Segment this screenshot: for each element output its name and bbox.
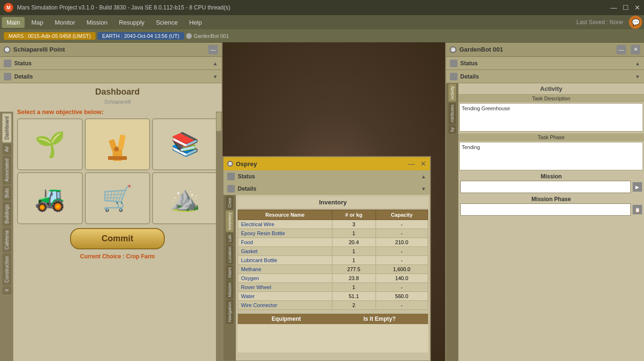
tab-cafeteria[interactable]: Cafeteria	[2, 228, 11, 253]
right-panel-minimize[interactable]: —	[617, 45, 626, 54]
osprey-status-header[interactable]: Status ▲	[224, 170, 430, 183]
earth-time: EARTH : 2043-Oct-04 13:56 (UT)	[98, 32, 184, 40]
commit-button[interactable]: Commit	[70, 228, 165, 249]
mission-input-row: ▶	[460, 181, 642, 193]
inventory-row: Electrical Wire 3 -	[238, 220, 428, 229]
menu-mission[interactable]: Mission	[82, 17, 112, 28]
main-layout: Schiaparelli Point — Status ▲ Details ▼ …	[0, 43, 644, 361]
app-title: Mars Simulation Project v3.1.0 - Build 3…	[17, 4, 610, 11]
objective-books[interactable]: 📚	[152, 118, 218, 170]
osprey-details-icon	[227, 185, 235, 193]
osprey-tab-navigation[interactable]: Navigation	[226, 300, 233, 324]
activity-tab-attributes[interactable]: Attributes	[448, 103, 456, 124]
left-panel: Schiaparelli Point — Status ▲ Details ▼ …	[0, 43, 223, 361]
robot-arm-icon	[98, 125, 136, 163]
osprey-minimize[interactable]: —	[408, 160, 415, 167]
menu-map[interactable]: Map	[27, 17, 48, 28]
mission-icon-btn[interactable]: ▶	[633, 182, 642, 192]
inv-resource: Food	[238, 238, 332, 247]
osprey-tab-inventory[interactable]: Inventory	[226, 211, 233, 232]
osprey-details-label: Details	[238, 185, 418, 192]
inv-capacity: -	[376, 256, 428, 265]
right-details-header[interactable]: Details ▼	[446, 70, 644, 83]
right-status-label: Status	[460, 60, 632, 67]
tab-construction[interactable]: Construction	[2, 253, 11, 285]
details-icon	[4, 73, 11, 80]
inv-resource: Water	[238, 292, 332, 301]
objective-basket[interactable]: 🛒	[85, 172, 151, 224]
tab-associated[interactable]: Associated	[2, 156, 11, 185]
maximize-btn[interactable]: ☐	[623, 4, 629, 11]
right-panel-circle	[450, 46, 456, 53]
tab-buildings[interactable]: Buildings	[2, 202, 11, 227]
inv-resource: Oxygen	[238, 274, 332, 283]
inventory-row: Rover Wheel 1 -	[238, 283, 428, 292]
inventory-title: Inventory	[238, 197, 428, 208]
osprey-details-header[interactable]: Details ▼	[224, 183, 430, 195]
objective-tractor[interactable]: 🚜	[17, 172, 83, 224]
menu-science[interactable]: Science	[151, 17, 182, 28]
mission-section: Mission ▶ Mission Phase 📋	[458, 171, 644, 218]
activity-tab-activity[interactable]: Activity	[448, 84, 456, 102]
status-arrow-up: ▲	[213, 61, 218, 66]
inventory-row: Methane 277.5 1,600.0	[238, 265, 428, 274]
panel-circle	[4, 46, 10, 53]
mission-input[interactable]	[460, 181, 631, 193]
mission-phase-row: 📋	[460, 203, 642, 216]
inv-capacity: 140.0	[376, 274, 428, 283]
osprey-tab-lab[interactable]: Lab	[226, 233, 233, 244]
objective-plant[interactable]: 🌱	[17, 118, 83, 170]
current-choice: Current Choice : Crop Farm	[17, 253, 218, 260]
activity-tab-by[interactable]: by	[448, 125, 456, 134]
osprey-tab-maint[interactable]: Maint	[226, 265, 233, 280]
inv-amount: 20.4	[332, 238, 376, 247]
chat-icon[interactable]: 💬	[629, 16, 642, 29]
menu-help[interactable]: Help	[184, 17, 206, 28]
equip-title: Equipment Is It Empty?	[238, 314, 428, 324]
inv-resource: Epoxy Resin Bottle	[238, 229, 332, 238]
left-status-header[interactable]: Status ▲	[0, 57, 222, 70]
equip-col1: Equipment	[240, 316, 333, 322]
left-panel-minimize[interactable]: —	[208, 45, 218, 54]
menu-main[interactable]: Main	[2, 17, 25, 28]
menu-monitor[interactable]: Monitor	[50, 17, 80, 28]
mars-time: MARS : 0015-Adir-05 0458 (UMST)	[4, 32, 96, 40]
mission-phase-label: Mission Phase	[460, 196, 642, 203]
dashboard-subtitle: Schiaparelli	[17, 99, 218, 105]
mission-phase-input[interactable]	[460, 203, 631, 216]
right-status-arrow: ▲	[635, 61, 640, 66]
objective-robot[interactable]	[85, 118, 151, 170]
svg-rect-2	[117, 134, 125, 150]
tab-bots[interactable]: Bots	[2, 185, 11, 201]
right-details-arrow: ▼	[635, 74, 640, 79]
scroll-thumb[interactable]	[216, 112, 221, 131]
tab-air[interactable]: Air	[2, 143, 11, 155]
close-btn[interactable]: ✕	[635, 4, 640, 11]
left-details-header[interactable]: Details ▼	[0, 70, 222, 83]
center-map: Osprey — ✕ Status ▲ Details ▼ Crew Inv	[223, 43, 445, 361]
minimize-btn[interactable]: —	[610, 4, 617, 11]
osprey-status-label: Status	[238, 173, 418, 180]
inventory-row: Oxygen 23.8 140.0	[238, 274, 428, 283]
menu-resupply[interactable]: Resupply	[114, 17, 149, 28]
tab-dashboard[interactable]: Dashboard	[2, 114, 11, 142]
inventory-row: Wire Connector 2 -	[238, 301, 428, 310]
activity-tabs: Activity Attributes by	[446, 83, 458, 361]
osprey-tab-crew[interactable]: Crew	[226, 196, 233, 210]
col-amount: # or kg	[332, 210, 376, 220]
osprey-tab-mission[interactable]: Mission	[226, 281, 233, 299]
dashboard-title: Dashboard	[17, 87, 218, 97]
select-objective: Select a new objective below:	[17, 108, 218, 115]
equipment-section: Equipment Is It Empty?	[236, 312, 430, 354]
mission-phase-icon-btn[interactable]: 📋	[633, 205, 642, 214]
osprey-details-arrow: ▼	[421, 186, 426, 192]
tab-it[interactable]: it	[2, 286, 11, 294]
inventory-row: Food 20.4 210.0	[238, 238, 428, 247]
left-scrollbar[interactable]	[216, 112, 222, 361]
inv-capacity: 210.0	[376, 238, 428, 247]
osprey-tab-location[interactable]: Location	[226, 245, 233, 264]
objective-mountain[interactable]: ⛰️	[152, 172, 218, 224]
right-panel-close[interactable]: ✕	[631, 45, 640, 54]
osprey-close[interactable]: ✕	[420, 160, 426, 167]
right-status-header[interactable]: Status ▲	[446, 57, 644, 70]
